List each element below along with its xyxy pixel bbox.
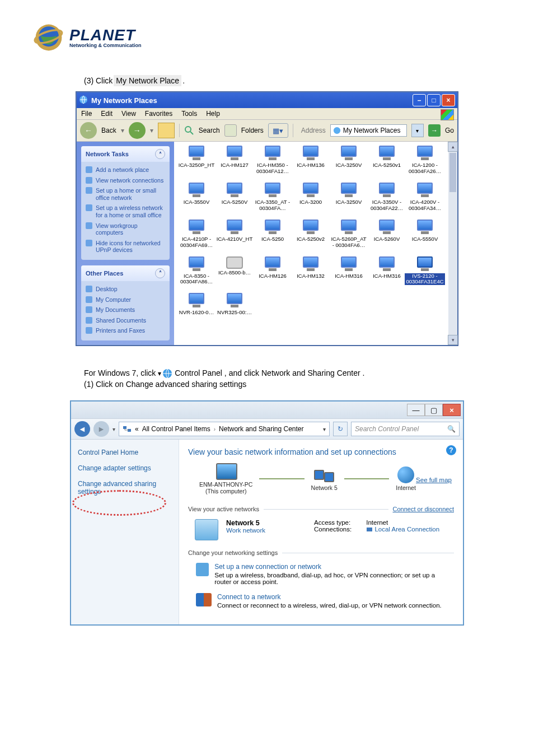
menu-view[interactable]: View (121, 110, 136, 118)
search-button[interactable]: Search (199, 127, 220, 134)
back-button[interactable]: ◄ (74, 421, 90, 437)
maximize-button[interactable]: □ (427, 94, 441, 106)
scroll-up-icon[interactable]: ▴ (448, 142, 458, 152)
window-titlebar: — ▢ × (71, 402, 463, 418)
device-item[interactable]: ICA-1200 - 00304FA26… (406, 146, 444, 175)
device-item[interactable]: ICA-HM126 (254, 256, 292, 286)
mid-step-prefix: (1) Click on (84, 380, 126, 389)
link-change-adapter-settings[interactable]: Change adapter settings (78, 464, 172, 472)
device-item[interactable]: ICA-5550V (406, 220, 444, 249)
device-item[interactable]: ICA-HM316 (330, 256, 368, 286)
forward-button[interactable]: → (129, 122, 146, 139)
device-item[interactable]: ICA-3200 (292, 183, 330, 212)
up-button[interactable] (158, 123, 175, 138)
crumb-level1[interactable]: All Control Panel Items (142, 425, 210, 433)
device-item[interactable]: ICA-5250v1 (368, 146, 406, 175)
refresh-button[interactable]: ↻ (333, 422, 348, 436)
collapse-icon[interactable]: ˄ (155, 149, 165, 159)
task-setup-home-office[interactable]: Set up a home or small office network (86, 185, 165, 203)
search-input[interactable]: Search Control Panel 🔍 (351, 422, 460, 436)
place-printers-faxes[interactable]: Printers and Faxes (86, 325, 165, 336)
back-button[interactable]: ← (80, 122, 97, 139)
place-my-computer[interactable]: My Computer (86, 295, 165, 305)
device-monitor-icon (187, 146, 206, 161)
close-button[interactable]: × (442, 94, 455, 106)
device-item[interactable]: ICA-HM127 (216, 146, 254, 175)
device-monitor-icon (339, 256, 358, 272)
task-view-workgroup[interactable]: View workgroup computers (86, 221, 165, 238)
breadcrumb[interactable]: « All Control Panel Items › Network and … (119, 422, 330, 436)
task-hide-upnp[interactable]: Hide icons for networked UPnP devices (86, 238, 165, 255)
scroll-down-icon[interactable]: ▾ (448, 335, 458, 345)
device-item[interactable]: ICA-8350 - 00304FA86… (177, 256, 216, 286)
minimize-button[interactable]: — (407, 404, 425, 416)
menu-edit[interactable]: Edit (101, 110, 113, 118)
menu-help[interactable]: Help (206, 110, 220, 118)
device-label: ICA-5250V (222, 199, 247, 206)
link-setup-new-connection[interactable]: Set up a new connection or network (214, 563, 321, 571)
menu-file[interactable]: File (81, 110, 92, 118)
svg-rect-8 (123, 426, 127, 429)
device-item[interactable]: ICA-4200V - 00304FA34… (406, 183, 444, 212)
scroll-thumb[interactable] (449, 153, 456, 192)
device-monitor-icon (415, 183, 434, 198)
device-item[interactable]: ICA-HM350 - 00304FA12… (254, 146, 292, 175)
device-item[interactable]: ICA-5250v2 (292, 220, 330, 249)
views-button[interactable]: ▦▾ (268, 123, 288, 138)
device-monitor-icon (339, 146, 358, 161)
device-item[interactable]: ICA-HM132 (292, 256, 330, 286)
device-item[interactable]: ICA-3550V (177, 183, 216, 212)
close-button[interactable]: × (443, 404, 461, 416)
link-change-advanced-sharing[interactable]: Change advanced sharing settings (78, 480, 172, 496)
address-field[interactable]: My Network Places (330, 124, 407, 137)
control-panel-home[interactable]: Control Panel Home (78, 449, 172, 456)
device-item[interactable]: IVS-2120 - 00304FA31E4C (406, 256, 444, 286)
link-connect-disconnect[interactable]: Connect or disconnect (393, 506, 454, 512)
device-item[interactable]: ICA-3250V (330, 183, 368, 212)
device-item[interactable]: ICA-4210V_HT (216, 220, 254, 249)
device-item[interactable]: ICA-5260P_AT - 00304FA6… (330, 220, 368, 249)
minimize-button[interactable]: – (413, 94, 426, 106)
active-network-type[interactable]: Work network (226, 527, 265, 534)
place-my-documents[interactable]: My Documents (86, 305, 165, 315)
device-item[interactable]: ICA-3250V (330, 146, 368, 175)
history-dropdown[interactable]: ▾ (113, 426, 115, 432)
device-item[interactable]: ICA-HM316 (368, 256, 406, 286)
device-item[interactable]: ICA-3350_AT - 00304FA… (254, 183, 292, 212)
device-item[interactable]: ICA-5250V (216, 183, 254, 212)
vertical-scrollbar[interactable]: ▴ ▾ (448, 142, 457, 345)
collapse-icon[interactable]: ˄ (155, 268, 165, 278)
crumb-level2[interactable]: Network and Sharing Center (219, 425, 303, 433)
place-desktop[interactable]: Desktop (86, 284, 165, 295)
device-item[interactable]: ICA-4210P - 00304FA69… (177, 220, 216, 249)
device-item[interactable]: NVR-1620-0… (177, 293, 216, 316)
device-monitor-icon (301, 256, 320, 272)
task-add-network-place[interactable]: Add a network place (86, 165, 165, 175)
window-icon (79, 95, 88, 106)
link-see-full-map[interactable]: See full map (416, 477, 452, 483)
device-item[interactable]: NVR325-00:… (216, 293, 254, 316)
device-label: ICA-3250V (336, 199, 362, 206)
menu-tools[interactable]: Tools (181, 110, 197, 118)
task-setup-wireless[interactable]: Set up a wireless network for a home or … (86, 203, 165, 220)
link-connect-to-network[interactable]: Connect to a network (217, 593, 280, 601)
device-item[interactable]: ICA-3250P_HT (177, 146, 216, 175)
crumb-dropdown[interactable]: ▾ (323, 426, 326, 432)
maximize-button[interactable]: ▢ (425, 404, 443, 416)
device-monitor-icon (225, 146, 244, 161)
device-item[interactable]: ICA-3350V - 00304FA22… (368, 183, 406, 212)
address-dropdown[interactable]: ▾ (411, 124, 424, 137)
link-local-area-connection[interactable]: Local Area Connection (374, 526, 439, 533)
device-item[interactable]: ICA-8500-b… (216, 256, 254, 286)
help-icon[interactable]: ? (446, 445, 456, 455)
task-view-connections[interactable]: View network connections (86, 175, 165, 186)
folders-button[interactable]: Folders (241, 127, 264, 134)
device-item[interactable]: ICA-5250 (254, 220, 292, 249)
place-shared-documents[interactable]: Shared Documents (86, 315, 165, 326)
menu-favorites[interactable]: Favorites (145, 110, 172, 118)
forward-button[interactable]: ► (93, 421, 109, 437)
device-item[interactable]: ICA-HM136 (292, 146, 330, 175)
device-item[interactable]: ICA-5260V (368, 220, 406, 249)
go-button[interactable]: → (428, 124, 441, 137)
device-label: ICA-4210P - 00304FA69… (177, 236, 216, 249)
